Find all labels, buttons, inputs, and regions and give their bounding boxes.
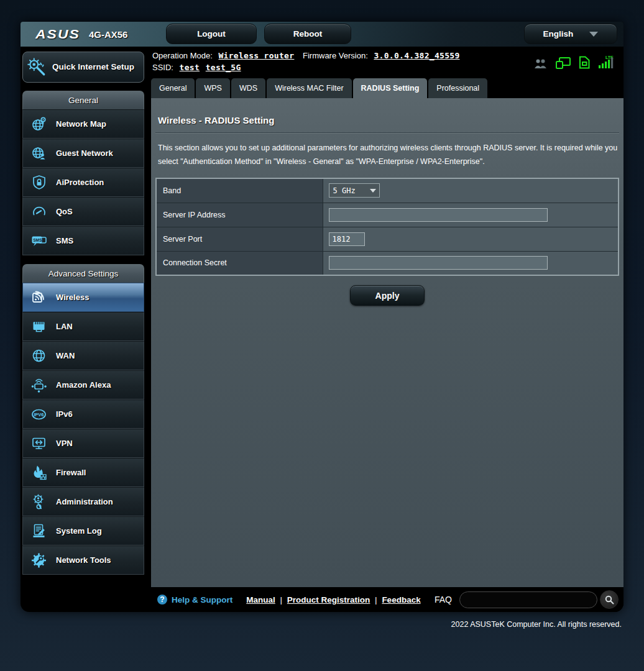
operation-mode-label: Operation Mode:: [152, 51, 213, 60]
sidebar-item-ipv6[interactable]: IPV6 IPv6: [22, 399, 144, 429]
chevron-down-icon: [589, 32, 598, 37]
manual-link[interactable]: Manual: [246, 595, 275, 605]
sidebar-item-label: System Log: [56, 526, 102, 536]
devices-icon[interactable]: [556, 57, 571, 69]
tab-radius-setting[interactable]: RADIUS Setting: [353, 78, 428, 98]
sidebar-item-vpn[interactable]: VPN: [22, 429, 144, 458]
wireless-tabs: General WPS WDS Wireless MAC Filter RADI…: [151, 76, 623, 98]
sidebar-item-firewall[interactable]: Firewall: [22, 458, 144, 487]
tab-professional[interactable]: Professional: [428, 78, 487, 98]
firmware-label: Firmware Version:: [303, 51, 368, 60]
content-column: Operation Mode: Wireless router Firmware…: [151, 47, 623, 612]
top-banner: ASUS 4G-AX56 Logout Reboot English: [21, 22, 623, 47]
connection-secret-input[interactable]: [329, 256, 548, 270]
svg-text:SMS: SMS: [33, 237, 42, 242]
model-name: 4G-AX56: [89, 29, 128, 40]
lte-signal-icon[interactable]: LTE: [598, 55, 615, 69]
sidebar-item-amazon-alexa[interactable]: Amazon Alexa: [22, 370, 144, 399]
tab-wds[interactable]: WDS: [231, 78, 265, 98]
sidebar-item-system-log[interactable]: System Log: [22, 516, 144, 545]
sidebar-item-network-tools[interactable]: Network Tools: [22, 545, 144, 575]
apply-row: Apply: [155, 285, 619, 306]
sim-icon[interactable]: [579, 56, 590, 69]
ssid-link-24g[interactable]: test: [180, 63, 200, 72]
sidebar-item-label: AiProtection: [56, 178, 104, 187]
sidebar-item-label: Administration: [56, 497, 113, 506]
band-select[interactable]: 5 GHz: [329, 183, 380, 198]
link-separator: |: [375, 595, 377, 605]
connection-secret-label: Connection Secret: [156, 251, 323, 275]
page-title: Wireless - RADIUS Setting: [158, 115, 619, 126]
product-registration-link[interactable]: Product Registration: [287, 595, 370, 605]
language-dropdown[interactable]: English: [524, 24, 617, 44]
status-bar: Operation Mode: Wireless router Firmware…: [151, 47, 623, 76]
sidebar-item-label: Wireless: [56, 293, 89, 302]
sidebar-item-wan[interactable]: WAN: [22, 341, 144, 370]
admin-gear-person-icon: [28, 493, 50, 511]
speedometer-icon: [28, 203, 50, 221]
sidebar-item-wireless[interactable]: Wireless: [22, 283, 144, 312]
server-ip-label: Server IP Address: [156, 203, 323, 227]
globe-icon: [28, 347, 50, 365]
faq-search-input[interactable]: [459, 591, 597, 608]
ssid-label: SSID:: [152, 63, 173, 72]
reboot-button[interactable]: Reboot: [264, 24, 351, 44]
firmware-version-link[interactable]: 3.0.0.4.382_45559: [374, 51, 459, 60]
search-button[interactable]: [600, 590, 619, 609]
sidebar-item-administration[interactable]: Administration: [22, 487, 144, 516]
tools-gear-wrench-icon: [28, 552, 50, 569]
status-icons: LTE: [534, 55, 615, 69]
link-separator: |: [280, 595, 283, 605]
operation-mode-link[interactable]: Wireless router: [218, 51, 294, 60]
sidebar-item-label: Guest Network: [56, 148, 113, 158]
sidebar-item-label: Firewall: [56, 468, 86, 477]
sidebar-item-label: Network Tools: [56, 555, 111, 565]
feedback-link[interactable]: Feedback: [382, 595, 420, 605]
svg-text:IPV6: IPV6: [34, 411, 44, 417]
server-port-label: Server Port: [156, 227, 323, 251]
section-header-general: General: [22, 91, 144, 109]
sms-bubble-icon: SMS: [28, 232, 50, 250]
sidebar-item-label: SMS: [56, 236, 73, 245]
title-divider: [155, 132, 619, 133]
asus-logo: ASUS: [35, 27, 80, 42]
page-description: This section allows you to set up additi…: [158, 141, 621, 168]
sidebar-item-lan[interactable]: LAN: [22, 312, 144, 341]
sidebar-item-aiprotection[interactable]: AiProtection: [22, 168, 144, 197]
network-map-icon: [28, 116, 50, 133]
faq-label: FAQ: [435, 595, 452, 605]
ipv6-badge-icon: IPV6: [28, 406, 50, 423]
guest-network-icon: [28, 145, 50, 162]
vpn-monitor-icon: [28, 435, 50, 452]
sidebar-item-label: Network Map: [56, 119, 106, 129]
table-row-connection-secret: Connection Secret: [156, 251, 619, 275]
sidebar-item-network-map[interactable]: Network Map: [22, 109, 144, 139]
sidebar-item-guest-network[interactable]: Guest Network: [22, 139, 144, 168]
clients-icon[interactable]: [534, 58, 548, 69]
firewall-flame-icon: [28, 464, 50, 482]
sidebar: Quick Internet Setup General Network Map: [21, 47, 151, 612]
logout-button[interactable]: Logout: [166, 24, 257, 44]
ssid-link-5g[interactable]: test_5G: [206, 63, 241, 72]
sidebar-item-quick-internet-setup[interactable]: Quick Internet Setup: [22, 52, 144, 83]
tab-wps[interactable]: WPS: [196, 78, 229, 98]
tab-general[interactable]: General: [151, 78, 195, 98]
app-frame: ASUS 4G-AX56 Logout Reboot English Quick: [21, 22, 623, 612]
section-header-advanced-settings: Advanced Settings: [22, 264, 144, 283]
tab-wireless-mac-filter[interactable]: Wireless MAC Filter: [267, 78, 351, 98]
language-label: English: [543, 29, 574, 39]
copyright-text: 2022 ASUSTeK Computer Inc. All rights re…: [451, 620, 622, 629]
table-row-server-ip: Server IP Address: [156, 203, 619, 227]
band-label: Band: [156, 178, 323, 203]
server-port-input[interactable]: [329, 232, 365, 246]
help-support-link[interactable]: Help & Support: [172, 595, 232, 605]
sidebar-section-advanced: Advanced Settings Wireless: [22, 264, 144, 575]
sidebar-item-qos[interactable]: QoS: [22, 197, 144, 226]
apply-button[interactable]: Apply: [350, 285, 425, 306]
sidebar-item-sms[interactable]: SMS SMS: [22, 226, 144, 255]
table-row-band: Band 5 GHz: [156, 178, 619, 203]
qis-gear-wand-icon: [25, 57, 48, 78]
server-ip-input[interactable]: [329, 208, 548, 222]
main-panel: Wireless - RADIUS Setting This section a…: [151, 98, 623, 587]
sidebar-item-label: IPv6: [56, 409, 73, 419]
